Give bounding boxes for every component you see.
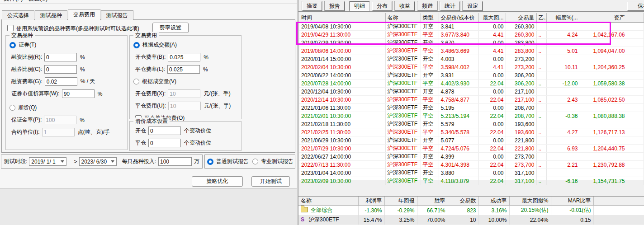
field-label: 平仓	[135, 139, 146, 147]
trade-row[interactable]: 2020/06/22 14:00:00沪深300ETF开空3.9310.0030…	[299, 71, 644, 80]
trades-col-header[interactable]: 最大回...	[478, 13, 506, 23]
security-radio[interactable]: 证券(T)	[9, 40, 127, 50]
summary-col-header[interactable]: 胜率	[417, 197, 448, 206]
report-tab-统计[interactable]: 统计	[440, 1, 460, 11]
trade-cell: 沪深300ETF	[385, 104, 421, 112]
field-input[interactable]	[167, 65, 200, 74]
tab-公式选择[interactable]: 公式选择	[2, 10, 34, 20]
report-tab-分布[interactable]: 分布	[372, 1, 392, 11]
trade-row[interactable]: 2020/02/04 10:30:00沪深300ETF平空3.598/4.002…	[299, 63, 644, 71]
tab-交易费用[interactable]: 交易费用	[68, 9, 100, 20]
radio-checked-icon[interactable]	[207, 159, 213, 165]
field-label: 开仓	[135, 127, 146, 135]
report-tab-明细[interactable]: 明细	[350, 1, 369, 11]
trade-row[interactable]: 2020/12/14 10:30:00沪深300ETF平空4.758/4.877…	[299, 96, 644, 104]
summary-row[interactable]: 全部综合-1.30%-0.29%66.71%8233.16%20.15%(估)-…	[298, 206, 644, 216]
summary-col-header[interactable]: 名称	[298, 197, 358, 206]
trade-row[interactable]: 2022/07/13 11:30:00沪深300ETF平空4.301/4.398…	[299, 161, 644, 169]
trade-row[interactable]: 2019/04/29 11:30:00沪深300ETF平空3.677/3.840…	[299, 31, 644, 39]
by-amount-radio[interactable]: 根据成交额(A)	[133, 40, 241, 50]
field-input[interactable]	[148, 127, 181, 135]
trade-cell	[580, 88, 627, 96]
group-title: 滑价成本设置	[133, 117, 170, 125]
summary-col-header[interactable]: 年回报	[384, 197, 417, 206]
radio-unchecked-icon[interactable]	[252, 159, 258, 164]
field-input[interactable]	[62, 89, 95, 98]
trade-cell: 2020/01/14 15:00:00	[299, 55, 385, 63]
to-date-select[interactable]: 2023/ 6/30	[79, 157, 117, 166]
futures-radio[interactable]: 期货(Q)	[9, 103, 127, 112]
field-row: 平仓个变动价位	[135, 138, 241, 148]
trades-col-header[interactable]: 交易量	[506, 13, 536, 23]
summary-row[interactable]: S沪深300ETF15.47%3.25%70.00%1010.00%22.04%…	[298, 215, 644, 225]
by-volume-radio[interactable]: 根据成交量(V)	[133, 77, 241, 86]
trade-row[interactable]: 2020/01/14 15:00:00沪深300ETF开空4.0030.0027…	[299, 55, 644, 63]
trade-row[interactable]: 2021/02/25 11:30:00沪深300ETF平空5.340/5.578…	[299, 128, 644, 136]
trade-row[interactable]: 2021/01/06 11:30:00沪深300ETF开空5.1950.0020…	[299, 104, 644, 112]
trade-row[interactable]: 2021/06/29 10:30:00沪深300ETF开空5.0770.0022…	[299, 136, 644, 145]
summary-col-header[interactable]: 最大回撤%	[509, 197, 551, 206]
menu-item-file[interactable]: 文件(F)	[4, 0, 23, 3]
trade-row[interactable]: 2023/02/09 10:30:00沪深300ETF平空4.118/3.879…	[299, 177, 644, 185]
field-input[interactable]	[44, 53, 77, 61]
trade-row[interactable]: 2019/07/29 10:30:00沪深300ETF开空3.6700.0028…	[299, 39, 644, 47]
summary-cell: 15.47%	[358, 215, 384, 225]
summary-cell: 70.00%	[417, 215, 448, 225]
trades-col-header[interactable]: 幅度%(...	[546, 13, 580, 23]
trade-row[interactable]: 2021/02/18 11:30:00沪深300ETF开空5.5790.0019…	[299, 120, 644, 128]
trades-col-header[interactable]: 名称	[385, 13, 421, 23]
trades-col-header[interactable]: 乙...	[536, 13, 546, 23]
trade-cell: 沪深300ETF	[385, 177, 421, 185]
trade-row[interactable]: 2021/02/01 10:30:00沪深300ETF平空5.213/5.194…	[299, 112, 644, 120]
futures-fields: 保证金率(P):%合约单位(I):点(吨、克)/手	[6, 115, 127, 137]
trade-row[interactable]: 2023/01/04 14:00:00沪深300ETF开空3.8800.0031…	[299, 169, 644, 177]
report-tab-报告[interactable]: 报告	[325, 1, 345, 11]
summary-col-header[interactable]: 利润率	[358, 197, 384, 206]
report-tab-摘要[interactable]: 摘要	[302, 1, 322, 11]
pro-report-label[interactable]: 专业测试报告	[261, 158, 294, 165]
field-input[interactable]	[42, 128, 75, 136]
summary-cell: 66.71%	[417, 206, 448, 216]
field-input[interactable]	[148, 139, 181, 147]
field-row: 融资费率(G):% / 天	[11, 77, 127, 86]
field-label: 融券比例(C):	[11, 66, 42, 73]
start-test-button[interactable]: 开始测试	[251, 176, 290, 187]
trades-col-header[interactable]: 类型	[421, 13, 439, 23]
save-button[interactable]: 保存	[627, 1, 644, 11]
field-input[interactable]	[168, 53, 200, 61]
trade-cell	[536, 23, 546, 31]
trade-cell: 2021/01/06 11:30:00	[299, 104, 385, 112]
menu-item-settings[interactable]: 设置(S)	[28, 0, 47, 3]
tab-测试品种[interactable]: 测试品种	[35, 10, 67, 20]
report-tab-频谱[interactable]: 频谱	[417, 1, 437, 11]
report-tab-收益[interactable]: 收益	[395, 1, 415, 11]
tab-测试报告[interactable]: 测试报告	[101, 10, 133, 20]
trade-row[interactable]: 2020/07/28 14:00:00沪深300ETF平空4.402/3.930…	[299, 80, 644, 88]
trade-cell: 1,126,717.13	[580, 128, 627, 136]
trade-row[interactable]: 2019/08/06 14:00:00沪深300ETF平空3.486/3.669…	[299, 47, 644, 55]
summary-col-header[interactable]: MAR比率	[551, 197, 593, 206]
trade-row[interactable]: 2021/07/29 10:30:00沪深300ETF平空4.724/5.076…	[299, 145, 644, 153]
trades-col-header[interactable]: 资产	[580, 13, 627, 23]
report-tab-设定[interactable]: 设定	[463, 1, 483, 11]
field-row: 开仓个变动价位	[135, 126, 241, 136]
trade-row[interactable]: 2022/06/27 14:00:00沪深300ETF开空4.3990.0027…	[299, 153, 644, 161]
field-input[interactable]	[45, 77, 77, 86]
field-input[interactable]	[44, 116, 76, 124]
strategy-optimize-button[interactable]: 策略优化	[192, 176, 243, 187]
field-input[interactable]	[44, 65, 77, 74]
trade-cell: 317,100	[506, 169, 536, 177]
trade-row[interactable]: 2020/12/04 10:30:00沪深300ETF开空4.8780.0021…	[299, 88, 644, 96]
summary-col-header[interactable]: 成功率	[478, 197, 509, 206]
normal-report-label[interactable]: 普通测试报告	[216, 158, 249, 165]
summary-col-header[interactable]: 交易数	[448, 197, 478, 206]
field-input[interactable]	[168, 89, 200, 98]
trades-col-header[interactable]: 交易价/成本价	[439, 13, 478, 23]
from-date-select[interactable]: 2019/ 1/ 1	[29, 157, 66, 166]
trade-cell: 开空	[421, 120, 439, 128]
field-input[interactable]	[168, 102, 201, 110]
trades-col-header[interactable]: 时间	[299, 13, 385, 23]
checkbox-icon	[7, 25, 14, 31]
invest-input[interactable]	[158, 157, 192, 166]
trade-row[interactable]: 2019/04/08 10:30:00沪深300ETF开空3.8410.0026…	[299, 23, 644, 31]
